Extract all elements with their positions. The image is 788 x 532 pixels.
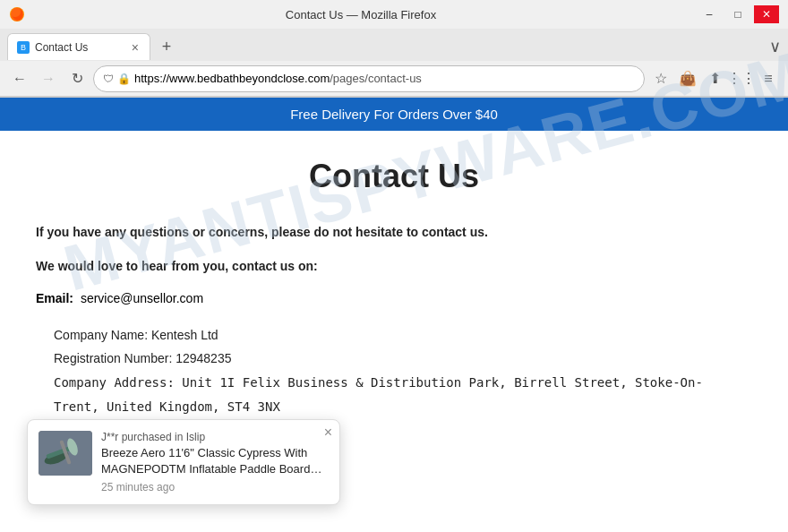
contact-paragraph-2: We would love to hear from you, contact … <box>36 256 752 276</box>
lock-icon: 🔒 <box>117 73 131 85</box>
email-label: Email: <box>36 291 73 305</box>
url-base: https://www.bedbathbeyondclose.com <box>134 72 330 85</box>
extensions-button[interactable]: ⋮⋮ <box>729 66 754 91</box>
share-button[interactable]: ⬆ <box>702 66 727 91</box>
company-name: Company Name: Kentesh Ltd <box>54 323 752 348</box>
url-path: /pages/contact-us <box>330 72 422 85</box>
url-display: https://www.bedbathbeyondclose.com/pages… <box>134 72 635 85</box>
page-content: Free Delivery For Orders Over $40 Contac… <box>0 98 788 436</box>
registration-number: Registration Number: 12948235 <box>54 347 752 371</box>
active-tab[interactable]: B Contact Us × <box>7 33 150 60</box>
navigation-bar: ← → ↻ 🛡 🔒 https://www.bedbathbeyondclose… <box>0 61 788 97</box>
popup-user: J**r purchased in Islip <box>101 431 329 443</box>
reload-button[interactable]: ↻ <box>64 66 90 91</box>
title-bar: Contact Us — Mozilla Firefox – □ ✕ <box>0 0 788 29</box>
tab-favicon: B <box>17 41 30 54</box>
window-title: Contact Us — Mozilla Firefox <box>25 8 697 21</box>
close-button[interactable]: ✕ <box>754 5 779 23</box>
new-tab-button[interactable]: + <box>154 34 179 59</box>
popup-close-button[interactable]: × <box>324 425 332 440</box>
paddle-board-svg <box>39 431 92 476</box>
menu-button[interactable]: ≡ <box>756 66 781 91</box>
firefox-icon <box>9 6 25 22</box>
maximize-button[interactable]: □ <box>725 5 750 23</box>
company-info: Company Name: Kentesh Ltd Registration N… <box>36 323 752 418</box>
tab-title: Contact Us <box>35 41 124 54</box>
more-tabs-button[interactable]: ∨ <box>769 37 781 56</box>
forward-button[interactable]: → <box>36 66 61 91</box>
contact-paragraph-1: If you have any questions or concerns, p… <box>36 222 752 242</box>
bookmark-button[interactable]: ☆ <box>648 66 673 91</box>
tab-close-button[interactable]: × <box>130 40 141 55</box>
email-value: service@unsellor.com <box>81 291 203 305</box>
promo-banner: Free Delivery For Orders Over $40 <box>0 98 788 131</box>
window-controls: – □ ✕ <box>697 5 779 23</box>
minimize-button[interactable]: – <box>697 5 722 23</box>
promo-text: Free Delivery For Orders Over $40 <box>290 107 498 122</box>
nav-icons: ☆ 👜 ⬆ ⋮⋮ ≡ <box>648 66 781 91</box>
browser-chrome: Contact Us — Mozilla Firefox – □ ✕ B Con… <box>0 0 788 98</box>
popup-notification: J**r purchased in Islip Breeze Aero 11'6… <box>27 419 340 505</box>
main-content: Contact Us If you have any questions or … <box>0 131 788 436</box>
popup-product: Breeze Aero 11'6" Classic Cypress With M… <box>101 445 329 477</box>
popup-product-image <box>39 431 92 476</box>
back-button[interactable]: ← <box>7 66 32 91</box>
shield-icon: 🛡 <box>103 73 114 85</box>
page-title: Contact Us <box>36 158 752 195</box>
address-bar[interactable]: 🛡 🔒 https://www.bedbathbeyondclose.com/p… <box>93 65 645 92</box>
company-address: Company Address: Unit 1I Felix Business … <box>54 371 734 418</box>
tab-bar: B Contact Us × + ∨ <box>0 29 788 61</box>
popup-time: 25 minutes ago <box>101 481 329 493</box>
wallet-button[interactable]: 👜 <box>675 66 700 91</box>
email-line: Email: service@unsellor.com <box>36 291 752 305</box>
popup-text: J**r purchased in Islip Breeze Aero 11'6… <box>101 431 329 493</box>
